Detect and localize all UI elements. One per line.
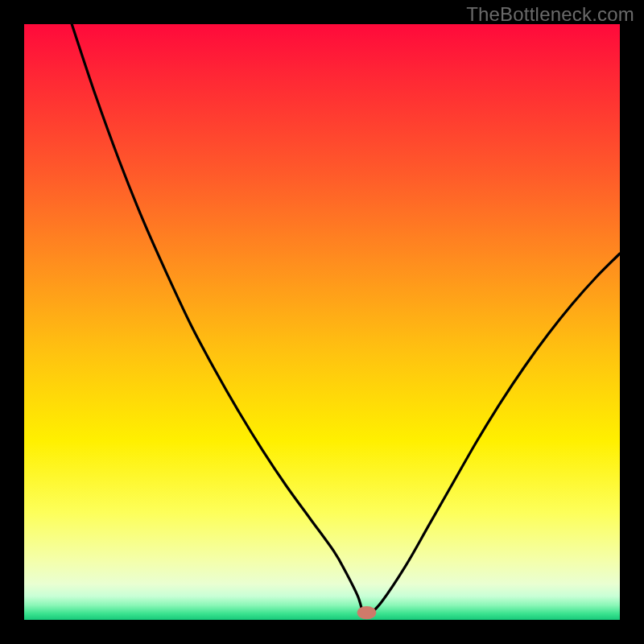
optimal-point-marker <box>357 606 377 619</box>
chart-frame: TheBottleneck.com <box>0 0 644 644</box>
gradient-background <box>24 24 620 620</box>
bottleneck-chart <box>0 0 644 644</box>
